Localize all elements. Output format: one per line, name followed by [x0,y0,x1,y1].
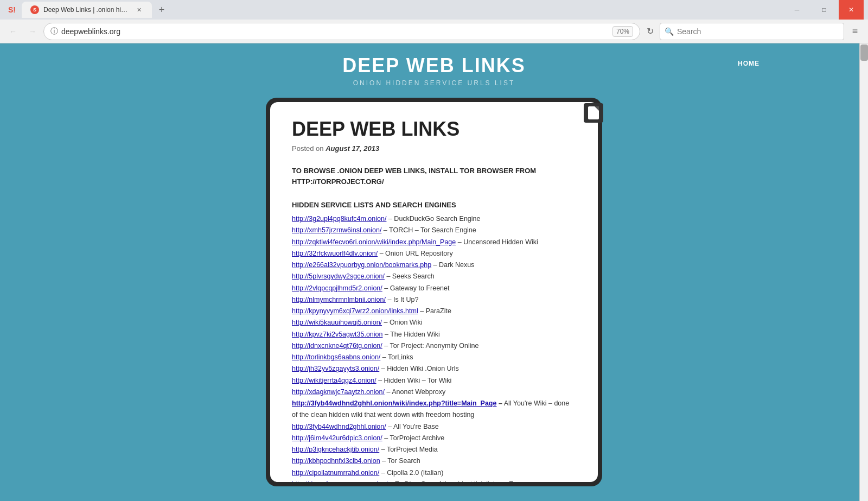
link-item: http://j6im4v42ur6dpic3.onion/ – TorProj… [292,433,576,444]
intro-text: TO BROWSE .ONION DEEP WEB LINKS, INSTALL… [292,166,576,188]
search-bar[interactable]: 🔍 [660,23,844,40]
forward-button[interactable]: → [24,23,41,40]
address-input[interactable] [61,27,609,36]
link-url[interactable]: http://p3igkncehackjtib.onion/ [292,446,379,453]
link-item: http://3fyb44wdhnd2ghhl.onion/ – All You… [292,421,576,433]
navigation-bar: ← → ⓘ 70% ↻ 🔍 ≡ [0,20,868,43]
link-item: http://2vlqpcqpjlhmd5r2.onion/ – Gateway… [292,283,576,294]
scrollbar[interactable] [859,43,868,501]
link-item: http://kpvz7ki2v5agwt35.onion – The Hidd… [292,329,576,340]
link-url[interactable]: http://zqktlwi4fecvo6ri.onion/wiki/index… [292,238,456,246]
link-url[interactable]: http://xdagknwjc7aaytzh.onion/ [292,388,385,396]
link-url[interactable]: http://dppmfxaacucguzpc.onion/ [292,480,388,482]
address-bar[interactable]: ⓘ 70% [43,23,640,40]
tab-favicon: S [30,5,39,14]
link-url[interactable]: http://cipollatnumrrahd.onion/ [292,469,379,477]
scrollbar-thumb[interactable] [860,45,868,61]
link-url[interactable]: http://wikitjerrta4qgz4.onion/ [292,377,376,384]
title-bar: S! S Deep Web Links | .onion hidde... ✕ … [0,0,868,20]
tab-close-button[interactable]: ✕ [135,5,143,14]
link-item: http://3g2upl4pq8kufc4m.onion/ – DuckDuc… [292,213,576,225]
link-item: http://dppmfxaacucguzpc.onion/ – TorDir … [292,479,576,482]
date-value: August 17, 2013 [326,144,379,153]
link-item: http://5plvrsgydwy2sgce.onion/ – Seeks S… [292,271,576,282]
link-url[interactable]: http://kpvz7ki2v5agwt35.onion [292,331,382,338]
page-content: DEEP WEB LINKS ONION HIDDEN SERVICE URLS… [0,43,868,501]
link-url[interactable]: http://e266al32vpuorbyg.onion/bookmarks.… [292,261,431,269]
search-icon: 🔍 [665,27,674,36]
link-url[interactable]: http://3g2upl4pq8kufc4m.onion/ [292,215,386,223]
link-url[interactable]: http://3fyb44wdhnd2ghhl.onion/ [292,423,386,430]
link-item: http://kbhpodhnfxl3clb4.onion – Tor Sear… [292,455,576,467]
minimize-button[interactable]: ─ [784,0,809,20]
link-url[interactable]: http://jh32yv5zgayyts3.onion/ [292,365,379,372]
date-label: Posted on [292,144,324,153]
browser-favicon: S! [4,2,20,17]
article-container: DEEP WEB LINKS Posted on August 17, 2013… [266,98,602,486]
link-item: http://nlmymchrmnlmbnii.onion/ – Is It U… [292,294,576,306]
link-url[interactable]: http://kpynyvym6xqi7wrz2.onion/links.htm… [292,307,418,315]
article-date: Posted on August 17, 2013 [292,144,576,153]
link-url[interactable]: http://32rfckwuorlf4dlv.onion/ [292,250,378,257]
link-item: http://e266al32vpuorbyg.onion/bookmarks.… [292,259,576,271]
link-item: http://kpynyvym6xqi7wrz2.onion/links.htm… [292,306,576,317]
link-url[interactable]: http://torlinkbgs6aabns.onion/ [292,353,380,361]
link-item: http://jh32yv5zgayyts3.onion/ – Hidden W… [292,363,576,375]
link-url[interactable]: http://kbhpodhnfxl3clb4.onion [292,457,380,465]
link-item: http://32rfckwuorlf4dlv.onion/ – Onion U… [292,248,576,259]
link-item: http://xmh57jrzrnw6insl.onion/ – TORCH –… [292,225,576,236]
maximize-button[interactable]: □ [812,0,837,20]
link-url[interactable]: http://xmh57jrzrnw6insl.onion/ [292,226,381,234]
link-url[interactable]: http://wiki5kauuihowqi5.onion/ [292,319,382,326]
link-item: http://torlinkbgs6aabns.onion/ – TorLink… [292,352,576,363]
zoom-level[interactable]: 70% [612,26,633,37]
link-item: http://zqktlwi4fecvo6ri.onion/wiki/index… [292,237,576,248]
new-tab-button[interactable]: + [154,2,169,17]
site-header: DEEP WEB LINKS ONION HIDDEN SERVICE URLS… [0,54,868,87]
link-url[interactable]: http://idnxcnkne4qt76tg.onion/ [292,342,382,350]
info-icon: ⓘ [50,27,58,36]
search-input[interactable] [677,27,839,36]
article-inner: DEEP WEB LINKS Posted on August 17, 2013… [270,102,598,482]
link-url[interactable]: http://nlmymchrmnlmbnii.onion/ [292,296,386,303]
link-item: http://p3igkncehackjtib.onion/ – TorProj… [292,444,576,455]
home-nav-link[interactable]: HOME [738,60,760,67]
link-url[interactable]: http://2vlqpcqpjlhmd5r2.onion/ [292,284,382,292]
link-url[interactable]: http://j6im4v42ur6dpic3.onion/ [292,434,382,442]
article-title: DEEP WEB LINKS [292,118,576,140]
section1-heading: HIDDEN SERVICE LISTS AND SEARCH ENGINES [292,201,576,209]
link-item: http://3fyb44wdhnd2ghhl.onion/wiki/index… [292,398,576,421]
link-item: http://cipollatnumrrahd.onion/ – Cipolla… [292,467,576,479]
corner-button[interactable] [584,103,603,123]
link-item: http://wikitjerrta4qgz4.onion/ – Hidden … [292,375,576,386]
site-subtitle: ONION HIDDEN SERVICE URLS LIST [0,79,868,87]
active-tab[interactable]: S Deep Web Links | .onion hidde... ✕ [22,2,152,18]
tab-title: Deep Web Links | .onion hidde... [43,6,130,14]
window-controls: ─ □ ✕ [784,0,864,20]
link-item: http://xdagknwjc7aaytzh.onion/ – Anonet … [292,386,576,398]
link-item: http://wiki5kauuihowqi5.onion/ – Onion W… [292,317,576,328]
refresh-button[interactable]: ↻ [642,24,658,39]
link-url[interactable]: http://3fyb44wdhnd2ghhl.onion/wiki/index… [292,399,496,407]
close-button[interactable]: ✕ [839,0,864,20]
corner-button-icon [588,106,599,119]
link-item: http://idnxcnkne4qt76tg.onion/ – Tor Pro… [292,340,576,352]
back-button[interactable]: ← [4,23,22,40]
link-url[interactable]: http://5plvrsgydwy2sgce.onion/ [292,272,385,280]
menu-button[interactable]: ≡ [846,23,864,40]
